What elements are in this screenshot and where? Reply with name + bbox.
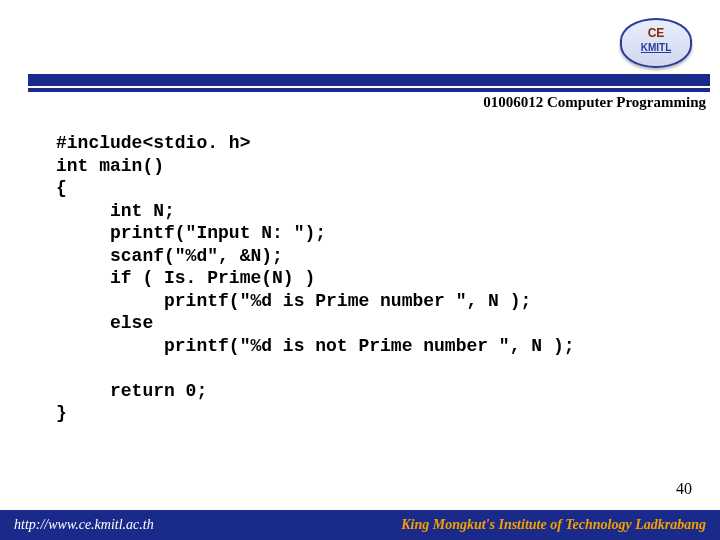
course-title: 01006012 Computer Programming <box>483 94 706 111</box>
header-bar-thick <box>28 74 710 86</box>
footer-url: http://www.ce.kmitl.ac.th <box>14 517 154 533</box>
logo: CE KMITL <box>620 18 690 66</box>
logo-text-ce: CE <box>622 26 690 40</box>
header-bar-thin <box>28 88 710 92</box>
code-block: #include<stdio. h> int main() { int N; p… <box>56 132 700 425</box>
footer-bar: http://www.ce.kmitl.ac.th King Mongkut's… <box>0 510 720 540</box>
logo-oval: CE KMITL <box>620 18 692 68</box>
logo-text-kmitl: KMITL <box>622 42 690 53</box>
footer-institute: King Mongkut's Institute of Technology L… <box>401 517 706 533</box>
page-number: 40 <box>676 480 692 498</box>
